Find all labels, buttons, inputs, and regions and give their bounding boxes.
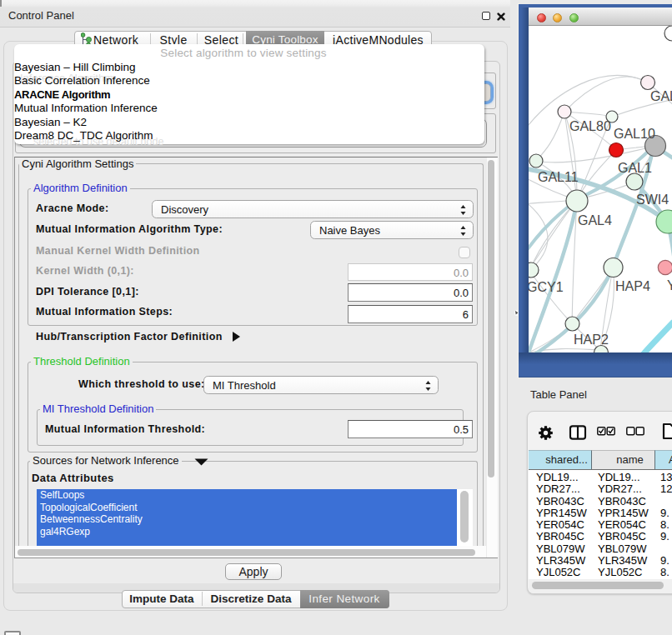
svg-text:SWI4: SWI4 — [636, 192, 669, 207]
svg-text:GAL80: GAL80 — [569, 119, 611, 133]
svg-text:Y: Y — [667, 278, 672, 292]
svg-text:GAL11: GAL11 — [538, 170, 579, 184]
svg-text:GAL4: GAL4 — [578, 213, 612, 228]
svg-text:GAL10: GAL10 — [614, 127, 655, 141]
svg-text:HAP2: HAP2 — [574, 332, 609, 347]
svg-text:GCY1: GCY1 — [529, 280, 564, 294]
svg-text:GAL2: GAL2 — [650, 89, 672, 103]
svg-text:GAL1: GAL1 — [618, 161, 652, 175]
svg-text:HAP4: HAP4 — [615, 279, 650, 293]
